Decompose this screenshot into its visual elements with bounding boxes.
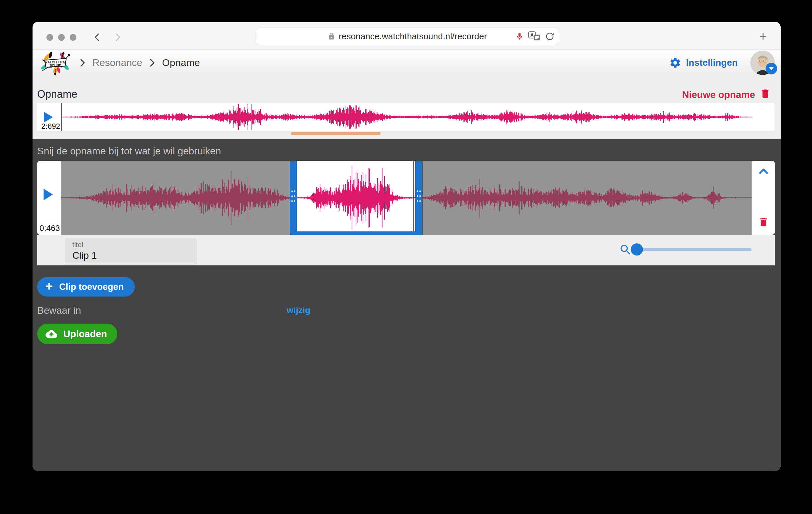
- editor-waveform-graphic: [37, 161, 775, 235]
- playhead-marker: [61, 103, 62, 131]
- clip-play-panel: 0:463: [37, 161, 61, 235]
- zoom-slider-track[interactable]: [637, 248, 752, 251]
- breadcrumb-chevron-icon: [79, 58, 86, 67]
- settings-button[interactable]: Instellingen: [686, 57, 738, 68]
- add-clip-button[interactable]: + Clip toevoegen: [37, 277, 135, 297]
- clip-duration: 0:463: [39, 223, 60, 233]
- editor-playhead-marker: [413, 161, 413, 235]
- watchthatsound-logo[interactable]: WATCH THAT SOUND: [38, 51, 72, 75]
- magnifier-icon: [619, 243, 632, 256]
- forward-icon[interactable]: [113, 32, 122, 42]
- selection-handle-left[interactable]: [290, 161, 297, 235]
- svg-text:A: A: [530, 32, 534, 37]
- breadcrumb-resonance[interactable]: Resonance: [92, 57, 142, 68]
- selection-handle-right[interactable]: [415, 161, 422, 235]
- lock-icon: [327, 32, 335, 41]
- clip-controls-panel: [752, 161, 775, 235]
- clip-title-field[interactable]: titel Clip 1: [65, 238, 197, 263]
- back-icon[interactable]: [92, 32, 102, 42]
- zoom-control: [614, 235, 753, 265]
- window-close-button[interactable]: [47, 34, 53, 41]
- clip-range-marker: [291, 132, 380, 135]
- save-in-label: Bewaar in: [37, 305, 81, 316]
- clip-title-label: titel: [72, 241, 83, 249]
- plus-icon: +: [45, 280, 53, 293]
- url-text: resonance.watchthatsound.nl/recorder: [339, 31, 487, 41]
- clip-play-icon[interactable]: [44, 189, 53, 200]
- microphone-icon[interactable]: [515, 30, 524, 42]
- svg-text:SOUND: SOUND: [50, 64, 61, 67]
- recording-duration: 2:692: [41, 122, 60, 131]
- window-zoom-button[interactable]: [70, 34, 77, 41]
- zoom-slider-thumb[interactable]: [631, 243, 643, 255]
- browser-toolbar: resonance.watchthatsound.nl/recorder A: [32, 22, 781, 49]
- recording-section-title: Opname: [37, 88, 77, 100]
- app-header: WATCH THAT SOUND Resonance Opname Instel…: [32, 50, 781, 76]
- upload-button[interactable]: Uploaden: [37, 324, 117, 344]
- gear-icon[interactable]: [669, 57, 681, 69]
- upload-label: Uploaden: [63, 328, 107, 340]
- clip-editor: 0:463: [37, 161, 775, 235]
- add-clip-label: Clip toevoegen: [59, 282, 124, 292]
- cloud-upload-icon: [45, 328, 58, 340]
- clip-title-value[interactable]: Clip 1: [72, 250, 97, 261]
- new-recording-button[interactable]: Nieuwe opname: [682, 89, 755, 100]
- account-menu[interactable]: [750, 51, 775, 75]
- caret-down-icon[interactable]: [765, 63, 777, 75]
- change-destination-link[interactable]: wijzig: [287, 305, 311, 315]
- delete-clip-icon[interactable]: [758, 216, 769, 228]
- window-minimize-button[interactable]: [58, 34, 65, 41]
- translate-icon[interactable]: A: [528, 30, 541, 42]
- reload-icon[interactable]: [545, 31, 555, 41]
- breadcrumb-opname: Opname: [162, 57, 200, 68]
- clip-editor-panel: Snij de opname bij tot wat je wil gebrui…: [32, 139, 781, 471]
- waveform-graphic: [37, 103, 775, 131]
- browser-window: resonance.watchthatsound.nl/recorder A: [32, 22, 781, 471]
- play-icon[interactable]: [44, 112, 53, 123]
- breadcrumb-chevron-icon: [149, 58, 156, 67]
- trash-icon[interactable]: [760, 87, 771, 100]
- collapse-icon[interactable]: [759, 168, 768, 175]
- address-bar[interactable]: resonance.watchthatsound.nl/recorder A: [256, 28, 559, 45]
- clip-toolbar: titel Clip 1: [37, 235, 775, 265]
- editor-instruction: Snij de opname bij tot wat je wil gebrui…: [37, 145, 221, 157]
- selection-bottom-bar: [296, 232, 422, 235]
- recording-waveform[interactable]: 2:692: [37, 103, 775, 131]
- new-tab-icon[interactable]: +: [759, 29, 767, 43]
